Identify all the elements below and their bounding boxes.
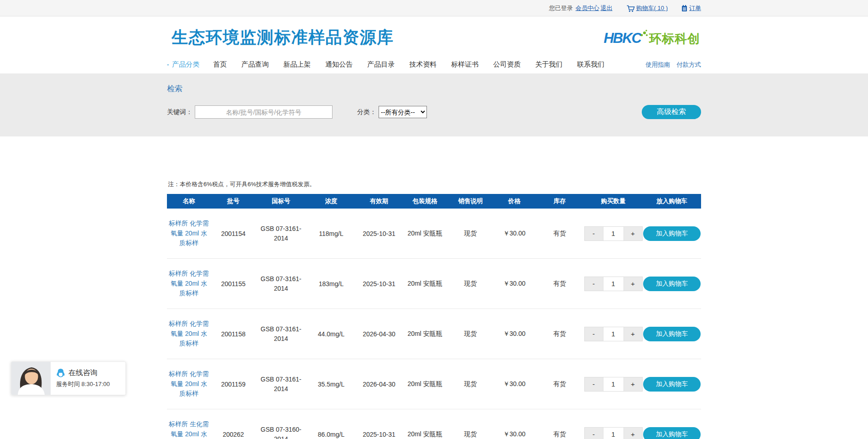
qty-value: 1: [603, 327, 624, 341]
gsb-number: GSB 07-3161-2014: [256, 324, 306, 344]
payment-method-link[interactable]: 付款方式: [676, 61, 701, 68]
qty-minus-button[interactable]: -: [585, 377, 603, 391]
nav-item-0[interactable]: 首页: [213, 60, 227, 68]
qty-minus-button[interactable]: -: [585, 227, 603, 240]
package-spec: 20ml 安瓿瓶: [402, 430, 448, 439]
brand-abbr-text: HBKC: [603, 31, 641, 45]
concentration: 35.5mg/L: [306, 381, 356, 388]
chat-service-time: 服务时间 8:30-17:00: [56, 380, 125, 388]
column-header: 价格: [493, 197, 535, 205]
price: ￥30.00: [493, 230, 535, 238]
category-select[interactable]: --所有分类--: [379, 106, 427, 118]
gsb-number: GSB 07-3161-2014: [256, 375, 306, 394]
expiry-date: 2025-10-31: [356, 230, 402, 237]
qty-plus-button[interactable]: +: [624, 327, 642, 341]
expiry-date: 2025-10-31: [356, 280, 402, 287]
nav-item-4[interactable]: 产品目录: [367, 60, 395, 68]
batch-number: 2001155: [211, 280, 256, 287]
brand-logo: HBKC 环标科创: [603, 29, 700, 45]
qty-plus-button[interactable]: +: [624, 377, 642, 391]
quantity-stepper: - 1 +: [584, 327, 643, 341]
concentration: 118mg/L: [306, 230, 356, 237]
add-to-cart-button[interactable]: 加入购物车: [643, 377, 701, 392]
chat-widget[interactable]: 在线咨询 服务时间 8:30-17:00: [11, 361, 126, 395]
gsb-number: GSB 07-3160-2014: [256, 425, 306, 439]
search-section: 检索 关键词： 分类： --所有分类-- 高级检索: [0, 73, 868, 136]
category-label: 分类：: [357, 108, 376, 116]
qty-minus-button[interactable]: -: [585, 277, 603, 291]
price: ￥30.00: [493, 430, 535, 439]
member-center-link[interactable]: 会员中心: [576, 4, 599, 12]
stock-status: 有货: [535, 230, 584, 238]
concentration: 86.0mg/L: [306, 431, 356, 438]
advanced-search-button[interactable]: 高级检索: [642, 105, 701, 119]
add-to-cart-button[interactable]: 加入购物车: [643, 226, 701, 241]
column-header: 包装规格: [402, 197, 448, 205]
package-spec: 20ml 安瓿瓶: [402, 330, 448, 338]
product-name-link[interactable]: 标样所 化学需氧量 20ml 水质标样: [167, 269, 210, 298]
qty-minus-button[interactable]: -: [585, 327, 603, 341]
qty-value: 1: [603, 377, 624, 391]
logout-link[interactable]: 退出: [601, 4, 613, 12]
gsb-number: GSB 07-3161-2014: [256, 224, 306, 243]
qty-minus-button[interactable]: -: [585, 428, 603, 439]
sale-status: 现货: [448, 280, 493, 288]
price: ￥30.00: [493, 330, 535, 338]
nav-item-7[interactable]: 公司资质: [493, 60, 520, 68]
quantity-stepper: - 1 +: [584, 226, 643, 241]
product-name-link[interactable]: 标样所 化学需氧量 20ml 水质标样: [167, 219, 210, 248]
batch-number: 2001154: [211, 230, 256, 237]
package-spec: 20ml 安瓿瓶: [402, 230, 448, 238]
keyword-label: 关键词：: [167, 108, 192, 116]
concentration: 183mg/L: [306, 280, 356, 287]
stock-status: 有货: [535, 430, 584, 439]
table-header-row: 名称批号国标号浓度有效期包装规格销售说明价格库存购买数量放入购物车: [167, 194, 701, 209]
quantity-stepper: - 1 +: [584, 427, 643, 439]
usage-guide-link[interactable]: 使用指南: [645, 61, 670, 68]
topbar: 您已登录 会员中心退出 购物车( 10 ) 订单: [0, 0, 868, 16]
order-icon: [681, 5, 688, 12]
qq-icon: [56, 368, 65, 378]
cart-link[interactable]: 购物车( 10 ): [626, 4, 668, 12]
product-name-link[interactable]: 标样所 生化需氧量 20ml 水质标样: [167, 419, 210, 439]
nav-item-2[interactable]: 新品上架: [283, 60, 311, 68]
nav-product-category[interactable]: - 产品分类: [167, 60, 199, 69]
gsb-number: GSB 07-3161-2014: [256, 274, 306, 293]
product-name-link[interactable]: 标样所 化学需氧量 20ml 水质标样: [167, 319, 210, 349]
product-row: 标样所 化学需氧量 20ml 水质标样 2001158 GSB 07-3161-…: [167, 309, 701, 359]
orders-link-label: 订单: [689, 4, 701, 12]
nav-item-5[interactable]: 技术资料: [409, 60, 437, 68]
nav-item-8[interactable]: 关于我们: [535, 60, 562, 68]
nav-item-3[interactable]: 通知公告: [325, 60, 353, 68]
column-header: 放入购物车: [643, 197, 701, 205]
column-header: 购买数量: [584, 197, 643, 205]
concentration: 44.0mg/L: [306, 330, 356, 338]
cart-icon: [626, 5, 635, 12]
quantity-stepper: - 1 +: [584, 277, 643, 291]
qty-value: 1: [603, 428, 624, 439]
product-name-link[interactable]: 标样所 化学需氧量 20ml 水质标样: [167, 369, 210, 399]
add-to-cart-button[interactable]: 加入购物车: [643, 327, 701, 341]
orders-link[interactable]: 订单: [681, 4, 701, 12]
batch-number: 200262: [211, 431, 256, 438]
column-header: 浓度: [306, 197, 356, 205]
column-header: 库存: [535, 197, 584, 205]
site-logo-text: 生态环境监测标准样品资源库: [172, 26, 394, 49]
nav-item-1[interactable]: 产品查询: [241, 60, 269, 68]
nav-item-9[interactable]: 联系我们: [577, 60, 604, 68]
main-nav: - 产品分类 首页产品查询新品上架通知公告产品目录技术资料标样证书公司资质关于我…: [167, 56, 701, 73]
qty-plus-button[interactable]: +: [624, 277, 642, 291]
add-to-cart-button[interactable]: 加入购物车: [643, 427, 701, 439]
brand-name-text: 环标科创: [649, 33, 700, 45]
price: ￥30.00: [493, 380, 535, 388]
stock-status: 有货: [535, 330, 584, 338]
column-header: 国标号: [256, 197, 306, 205]
search-title: 检索: [167, 84, 701, 94]
qty-plus-button[interactable]: +: [624, 227, 642, 240]
keyword-input[interactable]: [195, 105, 333, 119]
qty-plus-button[interactable]: +: [624, 428, 642, 439]
nav-item-6[interactable]: 标样证书: [451, 60, 478, 68]
stock-status: 有货: [535, 280, 584, 288]
add-to-cart-button[interactable]: 加入购物车: [643, 277, 701, 291]
batch-number: 2001158: [211, 330, 256, 338]
